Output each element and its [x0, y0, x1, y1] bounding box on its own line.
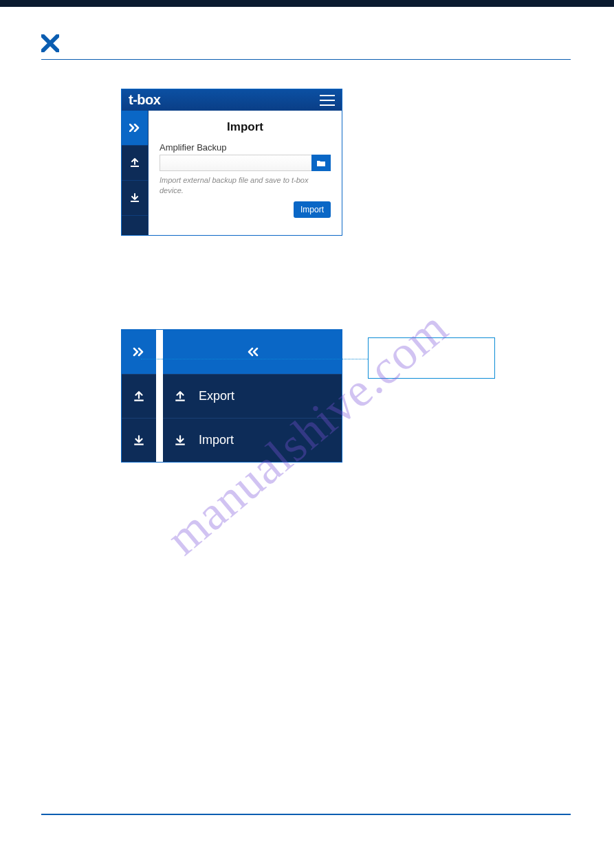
- upload-icon: [174, 390, 186, 403]
- sidebar-item-export-expanded[interactable]: Export: [122, 374, 342, 418]
- sidebar-expanded-screenshot: Export Import: [121, 329, 342, 463]
- folder-icon: [316, 159, 326, 167]
- gap-column: [156, 330, 163, 374]
- sidebar-collapse-button[interactable]: [163, 330, 342, 374]
- panel-title: Import: [160, 120, 331, 134]
- sidebar-expand-button[interactable]: [122, 111, 148, 146]
- sidebar-item-export[interactable]: [122, 146, 148, 181]
- callout-line-1: Click the button to expand: [377, 345, 486, 357]
- action-row: Import: [160, 201, 331, 218]
- tbox-import-screenshot: t-box Import Amplif: [121, 89, 342, 236]
- tbox-main: Import Amplifier Backup Import external …: [149, 111, 342, 235]
- sidebar-item-import-expanded[interactable]: Import: [122, 418, 342, 462]
- browse-button[interactable]: [311, 155, 331, 171]
- tbox-sidebar: [122, 111, 149, 235]
- tbox-logo: t-box: [129, 92, 160, 108]
- file-input[interactable]: [160, 155, 311, 171]
- file-picker-row: [160, 155, 331, 171]
- hint-text: Import external backup file and save to …: [160, 175, 331, 196]
- field-label: Amplifier Backup: [160, 142, 331, 153]
- svg-rect-1: [131, 201, 139, 202]
- svg-rect-2: [134, 399, 144, 401]
- svg-rect-4: [134, 443, 144, 445]
- sidebar-item-label: Export: [199, 389, 234, 403]
- sidebar-item-label: Import: [199, 433, 234, 447]
- download-icon: [133, 434, 145, 447]
- gap-column: [156, 418, 163, 462]
- x-logo-icon: [41, 34, 59, 52]
- svg-rect-0: [131, 166, 139, 167]
- upload-icon: [133, 390, 145, 403]
- tbox-body: Import Amplifier Backup Import external …: [122, 111, 342, 235]
- page-content: [41, 34, 571, 79]
- callout-box: Click the button to expand the sidebar.: [368, 337, 495, 379]
- hamburger-icon[interactable]: [320, 95, 335, 106]
- page-header: [41, 34, 571, 60]
- svg-rect-3: [175, 399, 185, 401]
- gap-column: [156, 374, 163, 418]
- callout-connector-line: [141, 359, 368, 359]
- footer-rule: [41, 814, 571, 815]
- svg-rect-5: [175, 443, 185, 445]
- sidebar-item-import[interactable]: [122, 181, 148, 216]
- chevrons-right-icon: [133, 347, 145, 357]
- download-icon: [174, 434, 186, 447]
- tbox-header: t-box: [122, 89, 342, 111]
- top-bar: [0, 0, 614, 7]
- import-button[interactable]: Import: [294, 201, 331, 218]
- callout-line-2: the sidebar.: [377, 357, 486, 368]
- sidebar-expand-button[interactable]: [122, 330, 156, 374]
- sidebar-header-row: [122, 330, 342, 374]
- chevrons-left-icon: [246, 347, 259, 357]
